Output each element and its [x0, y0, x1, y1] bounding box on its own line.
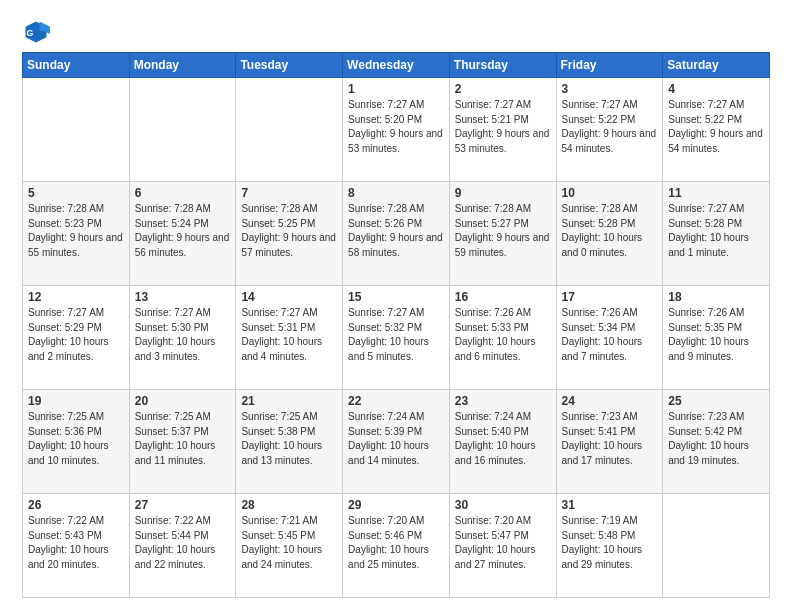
day-info: Sunrise: 7:27 AM Sunset: 5:29 PM Dayligh… [28, 306, 124, 364]
day-info: Sunrise: 7:22 AM Sunset: 5:43 PM Dayligh… [28, 514, 124, 572]
calendar-week-3: 12Sunrise: 7:27 AM Sunset: 5:29 PM Dayli… [23, 286, 770, 390]
day-info: Sunrise: 7:28 AM Sunset: 5:26 PM Dayligh… [348, 202, 444, 260]
calendar-cell: 22Sunrise: 7:24 AM Sunset: 5:39 PM Dayli… [343, 390, 450, 494]
calendar-cell: 6Sunrise: 7:28 AM Sunset: 5:24 PM Daylig… [129, 182, 236, 286]
day-number: 28 [241, 498, 337, 512]
calendar-cell: 5Sunrise: 7:28 AM Sunset: 5:23 PM Daylig… [23, 182, 130, 286]
day-header-friday: Friday [556, 53, 663, 78]
day-info: Sunrise: 7:27 AM Sunset: 5:22 PM Dayligh… [562, 98, 658, 156]
calendar-cell [663, 494, 770, 598]
day-info: Sunrise: 7:21 AM Sunset: 5:45 PM Dayligh… [241, 514, 337, 572]
day-number: 24 [562, 394, 658, 408]
calendar-cell: 17Sunrise: 7:26 AM Sunset: 5:34 PM Dayli… [556, 286, 663, 390]
page: G SundayMondayTuesdayWednesdayThursdayFr… [0, 0, 792, 612]
day-number: 5 [28, 186, 124, 200]
calendar-cell: 20Sunrise: 7:25 AM Sunset: 5:37 PM Dayli… [129, 390, 236, 494]
calendar-cell [23, 78, 130, 182]
day-info: Sunrise: 7:28 AM Sunset: 5:27 PM Dayligh… [455, 202, 551, 260]
day-info: Sunrise: 7:27 AM Sunset: 5:32 PM Dayligh… [348, 306, 444, 364]
day-header-thursday: Thursday [449, 53, 556, 78]
day-info: Sunrise: 7:27 AM Sunset: 5:31 PM Dayligh… [241, 306, 337, 364]
day-number: 18 [668, 290, 764, 304]
day-info: Sunrise: 7:27 AM Sunset: 5:28 PM Dayligh… [668, 202, 764, 260]
logo: G [22, 18, 54, 46]
day-number: 23 [455, 394, 551, 408]
calendar-cell: 1Sunrise: 7:27 AM Sunset: 5:20 PM Daylig… [343, 78, 450, 182]
day-number: 8 [348, 186, 444, 200]
day-info: Sunrise: 7:25 AM Sunset: 5:37 PM Dayligh… [135, 410, 231, 468]
day-info: Sunrise: 7:27 AM Sunset: 5:21 PM Dayligh… [455, 98, 551, 156]
calendar-cell [129, 78, 236, 182]
calendar-cell: 28Sunrise: 7:21 AM Sunset: 5:45 PM Dayli… [236, 494, 343, 598]
day-number: 19 [28, 394, 124, 408]
calendar-header-row: SundayMondayTuesdayWednesdayThursdayFrid… [23, 53, 770, 78]
day-info: Sunrise: 7:20 AM Sunset: 5:46 PM Dayligh… [348, 514, 444, 572]
day-number: 4 [668, 82, 764, 96]
calendar-cell: 3Sunrise: 7:27 AM Sunset: 5:22 PM Daylig… [556, 78, 663, 182]
day-number: 1 [348, 82, 444, 96]
logo-icon: G [22, 18, 50, 46]
calendar-cell: 30Sunrise: 7:20 AM Sunset: 5:47 PM Dayli… [449, 494, 556, 598]
calendar-cell: 12Sunrise: 7:27 AM Sunset: 5:29 PM Dayli… [23, 286, 130, 390]
calendar-cell: 11Sunrise: 7:27 AM Sunset: 5:28 PM Dayli… [663, 182, 770, 286]
day-number: 7 [241, 186, 337, 200]
calendar-cell: 19Sunrise: 7:25 AM Sunset: 5:36 PM Dayli… [23, 390, 130, 494]
day-header-monday: Monday [129, 53, 236, 78]
day-number: 22 [348, 394, 444, 408]
day-info: Sunrise: 7:25 AM Sunset: 5:38 PM Dayligh… [241, 410, 337, 468]
day-info: Sunrise: 7:26 AM Sunset: 5:34 PM Dayligh… [562, 306, 658, 364]
day-number: 16 [455, 290, 551, 304]
day-number: 13 [135, 290, 231, 304]
day-info: Sunrise: 7:25 AM Sunset: 5:36 PM Dayligh… [28, 410, 124, 468]
calendar-cell: 7Sunrise: 7:28 AM Sunset: 5:25 PM Daylig… [236, 182, 343, 286]
day-number: 20 [135, 394, 231, 408]
calendar-cell: 13Sunrise: 7:27 AM Sunset: 5:30 PM Dayli… [129, 286, 236, 390]
day-number: 17 [562, 290, 658, 304]
day-number: 3 [562, 82, 658, 96]
header: G [22, 18, 770, 46]
day-info: Sunrise: 7:26 AM Sunset: 5:35 PM Dayligh… [668, 306, 764, 364]
calendar-cell: 27Sunrise: 7:22 AM Sunset: 5:44 PM Dayli… [129, 494, 236, 598]
day-info: Sunrise: 7:28 AM Sunset: 5:24 PM Dayligh… [135, 202, 231, 260]
calendar-cell: 8Sunrise: 7:28 AM Sunset: 5:26 PM Daylig… [343, 182, 450, 286]
calendar-cell: 18Sunrise: 7:26 AM Sunset: 5:35 PM Dayli… [663, 286, 770, 390]
calendar-cell: 31Sunrise: 7:19 AM Sunset: 5:48 PM Dayli… [556, 494, 663, 598]
day-number: 29 [348, 498, 444, 512]
calendar-cell: 24Sunrise: 7:23 AM Sunset: 5:41 PM Dayli… [556, 390, 663, 494]
day-number: 27 [135, 498, 231, 512]
calendar-cell: 23Sunrise: 7:24 AM Sunset: 5:40 PM Dayli… [449, 390, 556, 494]
calendar-cell [236, 78, 343, 182]
calendar-week-4: 19Sunrise: 7:25 AM Sunset: 5:36 PM Dayli… [23, 390, 770, 494]
calendar-cell: 14Sunrise: 7:27 AM Sunset: 5:31 PM Dayli… [236, 286, 343, 390]
day-number: 30 [455, 498, 551, 512]
calendar-cell: 4Sunrise: 7:27 AM Sunset: 5:22 PM Daylig… [663, 78, 770, 182]
day-info: Sunrise: 7:19 AM Sunset: 5:48 PM Dayligh… [562, 514, 658, 572]
calendar-cell: 15Sunrise: 7:27 AM Sunset: 5:32 PM Dayli… [343, 286, 450, 390]
day-number: 9 [455, 186, 551, 200]
day-number: 21 [241, 394, 337, 408]
day-number: 25 [668, 394, 764, 408]
day-number: 15 [348, 290, 444, 304]
day-info: Sunrise: 7:24 AM Sunset: 5:39 PM Dayligh… [348, 410, 444, 468]
day-header-tuesday: Tuesday [236, 53, 343, 78]
day-info: Sunrise: 7:22 AM Sunset: 5:44 PM Dayligh… [135, 514, 231, 572]
calendar-week-1: 1Sunrise: 7:27 AM Sunset: 5:20 PM Daylig… [23, 78, 770, 182]
day-info: Sunrise: 7:20 AM Sunset: 5:47 PM Dayligh… [455, 514, 551, 572]
calendar-table: SundayMondayTuesdayWednesdayThursdayFrid… [22, 52, 770, 598]
calendar-cell: 25Sunrise: 7:23 AM Sunset: 5:42 PM Dayli… [663, 390, 770, 494]
day-number: 31 [562, 498, 658, 512]
day-info: Sunrise: 7:23 AM Sunset: 5:41 PM Dayligh… [562, 410, 658, 468]
day-info: Sunrise: 7:27 AM Sunset: 5:20 PM Dayligh… [348, 98, 444, 156]
calendar-cell: 26Sunrise: 7:22 AM Sunset: 5:43 PM Dayli… [23, 494, 130, 598]
calendar-cell: 21Sunrise: 7:25 AM Sunset: 5:38 PM Dayli… [236, 390, 343, 494]
calendar-week-5: 26Sunrise: 7:22 AM Sunset: 5:43 PM Dayli… [23, 494, 770, 598]
day-info: Sunrise: 7:24 AM Sunset: 5:40 PM Dayligh… [455, 410, 551, 468]
day-header-wednesday: Wednesday [343, 53, 450, 78]
day-info: Sunrise: 7:27 AM Sunset: 5:30 PM Dayligh… [135, 306, 231, 364]
svg-text:G: G [26, 28, 33, 38]
day-number: 2 [455, 82, 551, 96]
day-number: 6 [135, 186, 231, 200]
day-header-sunday: Sunday [23, 53, 130, 78]
day-info: Sunrise: 7:28 AM Sunset: 5:23 PM Dayligh… [28, 202, 124, 260]
day-number: 14 [241, 290, 337, 304]
